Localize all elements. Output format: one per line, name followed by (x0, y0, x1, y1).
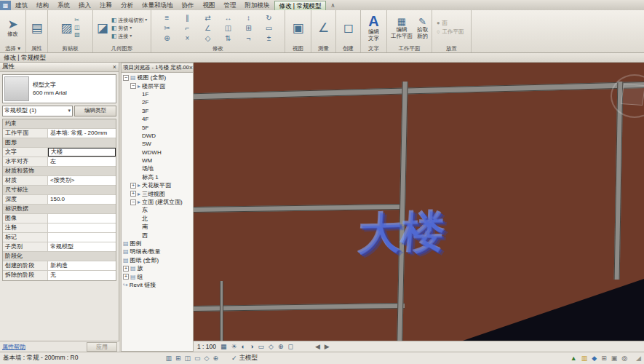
pin-icon[interactable]: ▭ (266, 24, 272, 32)
select-elements-icon[interactable]: ⊞ (601, 355, 607, 362)
viewcube-face[interactable] (621, 84, 644, 106)
text-value-field[interactable]: 大楼 (48, 148, 116, 157)
trim-icon[interactable]: ⌐ (186, 24, 190, 32)
selection-toggle-icon[interactable]: ▥ (581, 355, 588, 362)
tab-view[interactable]: 视图 (199, 1, 220, 10)
property-value[interactable]: 常规模型 (48, 242, 116, 251)
properties-help-link[interactable]: 属性帮助 (2, 343, 25, 351)
tab-analyze[interactable]: 分析 (116, 1, 138, 10)
edit-type-button[interactable]: 编辑类型 (74, 106, 116, 116)
editable-only-icon[interactable]: ◫ (185, 355, 191, 362)
detail-level-icon[interactable]: ▦ (220, 344, 227, 350)
select-links-icon[interactable]: ⊕ (212, 355, 218, 362)
swap-icon[interactable]: ⇅ (225, 34, 231, 42)
tree-item-legends[interactable]: ▤ 图例 (122, 240, 193, 248)
modify-tool-button[interactable]: ➤ 修改 (7, 18, 18, 37)
tree-item-floorplans[interactable]: − ▸ 楼层平面 (122, 82, 193, 90)
match-type-icon[interactable]: ▧ (74, 31, 80, 39)
section-materials[interactable]: 材质和装饰 (3, 167, 116, 176)
tab-structure[interactable]: 结构 (32, 1, 53, 10)
expand-icon[interactable]: + (130, 191, 136, 197)
shadows-icon[interactable]: ◑ (250, 344, 253, 350)
property-value[interactable]: 左 (48, 157, 116, 166)
active-design-option[interactable]: ✓ 主模型 (231, 354, 258, 363)
section-dimensions[interactable]: 尺寸标注 (3, 186, 116, 195)
tab-addins[interactable]: 附加模块 (241, 1, 274, 10)
property-value[interactable] (48, 233, 116, 242)
tab-architecture[interactable]: 建筑 (11, 1, 32, 10)
array-icon[interactable]: ◫ (225, 24, 231, 32)
placement-face-radio[interactable]: ● 面 (437, 20, 448, 27)
tree-item-elevation[interactable]: 北 (122, 215, 193, 223)
tab-modify-contextual[interactable]: 修改 | 常规模型 (274, 1, 327, 10)
tree-item-level[interactable]: 标高 1 (122, 173, 193, 181)
scroll-right-icon[interactable]: ▶ (325, 344, 330, 350)
panel-select-label[interactable]: 选择 ▾ (0, 44, 25, 52)
tree-item-level[interactable]: 2F (122, 98, 193, 106)
tree-item-level[interactable]: 场地 (122, 165, 193, 173)
crop-view-icon[interactable]: ▭ (258, 344, 264, 350)
properties-icon[interactable]: ▤ (31, 22, 42, 34)
visual-style-icon[interactable]: ☀ (231, 344, 237, 350)
snap-icon[interactable]: ◆ (592, 355, 597, 362)
section-constraints[interactable]: 约束 (3, 119, 116, 129)
tree-item-families[interactable]: + ▤ 族 (122, 264, 193, 272)
selection-count-icon[interactable]: ◎ (621, 355, 627, 362)
press-drag-icon[interactable]: ◇ (204, 355, 210, 362)
mirror-icon[interactable]: ⇄ (204, 14, 210, 22)
expand-icon[interactable]: − (130, 83, 136, 89)
tree-item-revit-links[interactable]: ↪ Revit 链接 (122, 281, 193, 289)
property-value[interactable]: 150.0 (48, 195, 116, 204)
offset-icon[interactable]: ∥ (186, 14, 189, 22)
app-menu-icon[interactable]: ▦ (0, 1, 11, 10)
measure-tool-icon[interactable]: ± (267, 34, 271, 42)
ribbon-collapse-icon[interactable]: ∧ (330, 1, 335, 10)
tree-item-level[interactable]: WM (122, 157, 193, 165)
demolish-icon[interactable]: ¬ (247, 34, 251, 42)
tab-annotate[interactable]: 注释 (95, 1, 116, 10)
section-graphics[interactable]: 图形 (3, 138, 116, 148)
cope-menu[interactable]: ◧ 连接端切割 ▾ (111, 16, 148, 24)
pick-new-workplane-button[interactable]: ✎ 拾取 新的 (417, 17, 428, 39)
copy-tool-icon[interactable]: ↕ (247, 14, 250, 22)
temporary-hide-icon[interactable]: ⊕ (278, 344, 284, 350)
select-pinned-icon[interactable]: ▣ (611, 355, 618, 362)
property-value[interactable] (48, 214, 116, 223)
element-type-dropdown[interactable]: 常规模型 (1) ▾ (2, 106, 73, 116)
properties-header[interactable]: 属性 × (0, 63, 119, 72)
browser-header[interactable]: 项目浏览器 - 1号楼 定稿.00 × (122, 63, 193, 73)
scroll-left-icon[interactable]: ◀ (315, 344, 320, 350)
unpin-icon[interactable]: ⊕ (164, 34, 170, 42)
tab-systems[interactable]: 系统 (53, 1, 74, 10)
sun-path-icon[interactable]: ◐ (242, 344, 245, 350)
worksets-icon[interactable]: ▥ (165, 355, 172, 362)
tree-item-sheets[interactable]: ▤ 图纸 (全部) (122, 256, 193, 264)
rotate-icon[interactable]: ↻ (266, 14, 271, 22)
split-icon[interactable]: ✂ (164, 24, 170, 32)
view-tools-icon[interactable]: ▣ (292, 22, 303, 34)
tree-item-level[interactable]: WDWH (122, 149, 193, 157)
scale-button[interactable]: 1 : 100 (197, 343, 216, 350)
align-icon[interactable]: ≡ (165, 14, 170, 22)
design-options-icon[interactable]: ⊞ (175, 355, 181, 362)
scale-icon[interactable]: ⊞ (245, 24, 251, 32)
crop-region-icon[interactable]: ◇ (269, 344, 274, 350)
filter-icon[interactable]: ▲ (571, 355, 577, 362)
expand-icon[interactable]: − (130, 199, 136, 205)
extend-icon[interactable]: ∠ (204, 24, 211, 32)
apply-button[interactable]: 应用 (87, 342, 117, 352)
viewcube[interactable] (611, 74, 644, 118)
tree-item-schedules[interactable]: ▤ 明细表/数量 (122, 248, 193, 256)
tree-item-level[interactable]: DWD (122, 132, 193, 140)
tree-item-elevation[interactable]: 南 (122, 223, 193, 231)
tree-item-level[interactable]: SW (122, 140, 193, 148)
placement-workplane-radio[interactable]: ○ 工作平面 (437, 28, 464, 36)
tree-item-elevation[interactable]: 东 (122, 206, 193, 214)
tree-item-3dviews[interactable]: + ▸ 三维视图 (122, 189, 193, 197)
expand-icon[interactable]: + (123, 274, 129, 280)
property-value[interactable]: 新构造 (48, 261, 116, 270)
tree-item-level[interactable]: 5F (122, 123, 193, 131)
property-value[interactable]: 无 (48, 271, 116, 280)
tree-item-level[interactable]: 4F (122, 115, 193, 123)
tree-item-level[interactable]: 1F (122, 90, 193, 98)
